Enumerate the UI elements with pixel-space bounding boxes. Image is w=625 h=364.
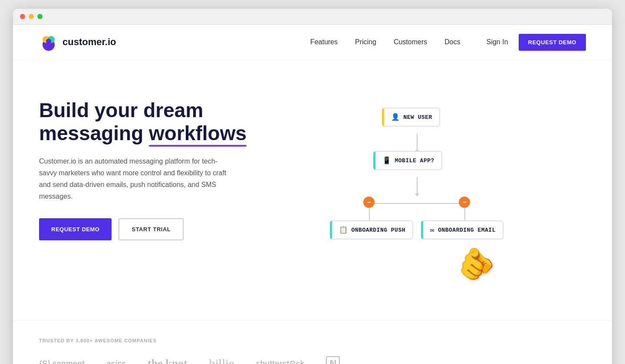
logo-the-knot: the knot — [148, 357, 188, 364]
trusted-section: TRUSTED BY 3,800+ AWESOME COMPANIES ⟨S⟩ … — [13, 320, 612, 364]
onboarding-push-label: ONBOARDING PUSH — [352, 227, 406, 233]
request-demo-nav-button[interactable]: REQUEST DEMO — [519, 34, 586, 51]
logo-notion: N — [326, 356, 340, 364]
logo-shutterstock: shutterst⊙ck — [256, 359, 304, 364]
logo-billie: billie — [209, 357, 234, 364]
logo-asics: asics — [106, 359, 126, 364]
email-icon: ✉️ — [430, 226, 434, 234]
sign-in-link[interactable]: Sign In — [487, 38, 508, 46]
workflow-diagram: − − 👤 NEW USER 📱 MOBILE APP? 📋 ONBOARDIN… — [321, 95, 530, 294]
onboarding-email-label: ONBOARDING EMAIL — [438, 227, 496, 233]
hero-left: Build your dream messaging workflows Cus… — [39, 90, 265, 240]
browser-chrome — [13, 9, 612, 25]
nav-actions: Sign In REQUEST DEMO — [487, 34, 586, 51]
hero-right: − − 👤 NEW USER 📱 MOBILE APP? 📋 ONBOARDIN… — [265, 90, 586, 294]
browser-window: customer.io Features Pricing Customers D… — [13, 9, 612, 364]
navbar: customer.io Features Pricing Customers D… — [13, 25, 612, 60]
arrow-2 — [415, 193, 419, 197]
workflow-node-onboarding-email: ✉️ ONBOARDING EMAIL — [421, 220, 503, 239]
start-trial-button[interactable]: START TRIAL — [118, 218, 184, 240]
logo-area: customer.io — [39, 33, 116, 52]
new-user-label: NEW USER — [404, 114, 432, 121]
branch-dot-left: − — [363, 197, 375, 208]
nav-customers[interactable]: Customers — [394, 38, 427, 46]
nav-links: Features Pricing Customers Docs — [310, 38, 461, 46]
logos-row-1: ⟨S⟩ segment asics the knot billie shutte… — [39, 356, 586, 364]
hand-pointer-icon: 🫵 — [454, 243, 498, 284]
workflow-node-new-user: 👤 NEW USER — [382, 108, 440, 127]
mobile-icon: 📱 — [382, 156, 391, 165]
maximize-button[interactable] — [37, 14, 43, 19]
workflow-node-onboarding-push: 📋 ONBOARDING PUSH — [330, 220, 413, 239]
hero-description: Customer.io is an automated messaging pl… — [39, 155, 230, 203]
close-button[interactable] — [20, 14, 25, 19]
hero-section: Build your dream messaging workflows Cus… — [13, 60, 612, 320]
minimize-button[interactable] — [29, 14, 34, 19]
request-demo-hero-button[interactable]: REQUEST DEMO — [39, 218, 112, 240]
trusted-label: TRUSTED BY 3,800+ AWESOME COMPANIES — [39, 338, 586, 343]
branch-dot-right: − — [459, 197, 470, 208]
workflow-node-mobile-app: 📱 MOBILE APP? — [373, 151, 442, 170]
logo-text: customer.io — [62, 36, 116, 48]
mobile-app-label: MOBILE APP? — [395, 157, 434, 164]
logo-icon — [39, 33, 58, 52]
push-icon: 📋 — [339, 226, 348, 234]
hero-title-line2: messaging — [39, 122, 143, 144]
connector-horizontal — [369, 203, 464, 204]
hero-buttons: REQUEST DEMO START TRIAL — [39, 218, 265, 240]
user-icon: 👤 — [391, 113, 400, 121]
logo-segment: ⟨S⟩ segment — [39, 359, 85, 364]
connector-line-2 — [417, 177, 418, 194]
hero-title: Build your dream messaging workflows — [39, 99, 265, 145]
svg-point-3 — [46, 39, 51, 44]
hero-title-line1: Build your dream — [39, 99, 203, 121]
nav-docs[interactable]: Docs — [444, 38, 460, 46]
nav-pricing[interactable]: Pricing — [355, 38, 376, 46]
hero-title-line3: workflows — [149, 122, 247, 145]
nav-features[interactable]: Features — [310, 38, 338, 46]
connector-line-1 — [417, 134, 418, 151]
